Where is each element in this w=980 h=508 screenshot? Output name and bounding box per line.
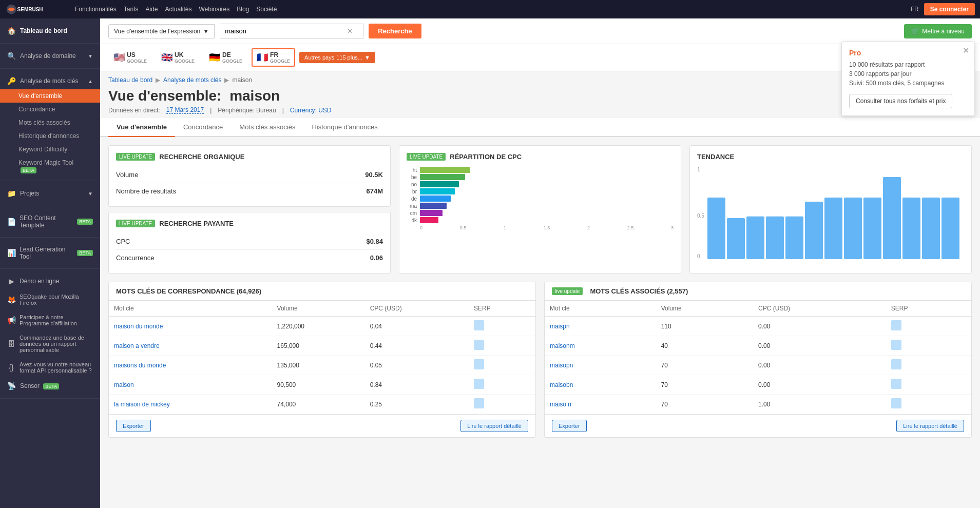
nav-actualites[interactable]: Actualités [165, 6, 191, 13]
language-selector[interactable]: FR [911, 6, 919, 13]
serp-cell [469, 395, 535, 414]
more-countries-label: Autres pays [304, 54, 334, 61]
sidebar-item-keyword-analysis[interactable]: 🔑 Analyse de mots clés ▲ [0, 73, 100, 89]
matching-report-button[interactable]: Lire le rapport détaillé [460, 420, 528, 432]
related-title: MOTS CLÉS ASSOCIÉS (2,557) [590, 287, 688, 295]
date-selector[interactable]: 17 Mars 2017 [166, 106, 204, 114]
sidebar-item-lead-gen[interactable]: 📊 Lead Generation Tool BETA [0, 242, 100, 264]
serp-cell [886, 317, 971, 336]
connect-button[interactable]: Se connecter [924, 3, 975, 15]
nav-fonctionnalites[interactable]: Fonctionnalités [75, 6, 117, 13]
keyword-link[interactable]: maisons du monde [114, 362, 166, 369]
sidebar-item-affiliation[interactable]: 📢 Participez à notre Programme d'affilia… [0, 310, 100, 330]
sidebar-item-sensor[interactable]: 📡 Sensor BETA [0, 378, 100, 394]
search-type-dropdown[interactable]: Vue d'ensemble de l'expression ▼ [108, 24, 215, 38]
cpc-cell: 0.04 [365, 317, 469, 336]
sidebar-item-vue-ensemble[interactable]: Vue d'ensemble [0, 89, 100, 103]
sidebar-item-seo-template[interactable]: 📄 SEO Content Template BETA [0, 210, 100, 233]
flag-us[interactable]: 🇺🇸 US GOOGLE [108, 48, 152, 67]
sidebar-item-domain-analysis[interactable]: 🔍 Analyse de domaine ▼ [0, 48, 100, 64]
clear-icon[interactable]: ✕ [343, 27, 357, 35]
sidebar-item-concordance[interactable]: Concordance [0, 103, 100, 116]
tooltip-close-icon[interactable]: ✕ [963, 46, 969, 55]
tab-vue-ensemble[interactable]: Vue d'ensemble [108, 118, 175, 137]
bar-label: ht [407, 167, 417, 173]
keyword-link[interactable]: la maison de mickey [114, 401, 170, 408]
more-countries-button[interactable]: Autres pays 115 plus... ▼ [299, 52, 375, 63]
sidebar-item-keyword-difficulty[interactable]: Keyword Difficulty [0, 143, 100, 156]
breadcrumb-sep-1: ▶ [156, 76, 160, 84]
tab-historique[interactable]: Historique d'annonces [303, 118, 386, 137]
tab-concordance[interactable]: Concordance [175, 118, 231, 137]
related-report-button[interactable]: Lire le rapport détaillé [896, 420, 964, 432]
bar-item: ht [407, 167, 674, 173]
cpc-cell: 0.05 [365, 356, 469, 375]
keyword-link[interactable]: maison [114, 381, 134, 388]
breadcrumb-sep-2: ▶ [224, 76, 229, 84]
lead-icon: 📊 [7, 249, 15, 257]
table-row: maison 90,500 0.84 [109, 375, 535, 395]
matching-keywords-section: MOTS CLÉS DE CORRESPONDANCE (64,926) Mot… [108, 282, 536, 438]
currency-selector[interactable]: Currency: USD [290, 107, 332, 114]
serp-cell [469, 317, 535, 336]
nav-aide[interactable]: Aide [145, 6, 158, 13]
nav-tarifs[interactable]: Tarifs [124, 6, 139, 13]
volume-cell: 1,220,000 [272, 317, 365, 336]
organic-results-row: Nombre de résultats 674M [116, 183, 383, 199]
trend-bar [863, 198, 881, 259]
nav-blog[interactable]: Blog [237, 6, 249, 13]
sidebar-dashboard[interactable]: 🏠 Tableau de bord [0, 23, 100, 39]
flag-fr[interactable]: 🇫🇷 FR GOOGLE [252, 48, 295, 67]
sidebar-item-database[interactable]: 🗄 Commandez une base de données ou un ra… [0, 330, 100, 357]
sidebar-item-seoquake[interactable]: 🦊 SEOquake pour Mozilla Firefox [0, 289, 100, 310]
cpc-cell: 0.44 [365, 336, 469, 356]
title-keyword: maison [229, 88, 280, 104]
tab-mots-cles[interactable]: Mots clés associés [231, 118, 303, 137]
sidebar-item-demo[interactable]: ▶ Démo en ligne [0, 273, 100, 289]
serp-icon [891, 379, 901, 389]
bar-fill [420, 174, 465, 180]
bar-fill [420, 188, 455, 194]
sidebar-item-historique[interactable]: Historique d'annonces [0, 129, 100, 143]
trend-y-max: 1 [697, 167, 700, 172]
serp-icon [474, 398, 484, 408]
related-export-button[interactable]: Exporter [552, 420, 587, 432]
search-button[interactable]: Recherche [369, 24, 421, 38]
keyword-link[interactable]: maison du monde [114, 323, 163, 330]
keyword-link[interactable]: maisonm [550, 342, 575, 349]
demo-icon: ▶ [7, 277, 15, 285]
upgrade-button[interactable]: 🛒 Mettre à niveau [904, 24, 972, 38]
nav-societe[interactable]: Société [256, 6, 277, 13]
sidebar-item-keyword-magic[interactable]: Keyword Magic Tool BETA [0, 156, 100, 177]
keyword-link[interactable]: maison a vendre [114, 342, 160, 349]
sidebar-item-mots-cles[interactable]: Mots clés associés [0, 116, 100, 129]
keyword-link[interactable]: maisobn [550, 381, 573, 388]
bar-label: be [407, 174, 417, 180]
breadcrumb-analysis[interactable]: Analyse de mots clés [163, 76, 221, 84]
sidebar-item-projets[interactable]: 📁 Projets ▼ [0, 185, 100, 202]
table-row: maison du monde 1,220,000 0.04 [109, 317, 535, 336]
breadcrumb-dashboard[interactable]: Tableau de bord [108, 76, 152, 84]
search-input[interactable] [220, 24, 343, 38]
table-row: maispn 110 0.00 [545, 317, 971, 336]
cpc-cell: 0.00 [753, 375, 886, 395]
cpc-live-badge: live update [407, 153, 446, 161]
keyword-link[interactable]: maiso n [550, 401, 571, 408]
us-code: US [127, 51, 147, 58]
flag-uk[interactable]: 🇬🇧 UK GOOGLE [156, 48, 200, 67]
pro-line-3: Suivi: 500 mots clés, 5 campagnes [849, 80, 967, 87]
keyword-link[interactable]: maispn [550, 323, 570, 330]
matching-export-button[interactable]: Exporter [116, 420, 151, 432]
pro-tooltip-button[interactable]: Consulter tous nos forfaits et prix [849, 94, 952, 108]
keyword-cell: maison a vendre [109, 336, 272, 356]
bar-fill [420, 210, 443, 216]
serp-cell [886, 395, 971, 414]
affiliation-icon: 📢 [7, 316, 15, 324]
sidebar-item-api[interactable]: {} Avez-vous vu notre nouveau format API… [0, 357, 100, 378]
keyword-link[interactable]: maisopn [550, 362, 573, 369]
competition-row: Concurrence 0.06 [116, 250, 383, 266]
flag-de[interactable]: 🇩🇪 DE GOOGLE [204, 48, 247, 67]
nav-webinaires[interactable]: Webinaires [199, 6, 229, 13]
cart-icon: 🛒 [911, 28, 919, 35]
serp-icon [891, 398, 901, 408]
